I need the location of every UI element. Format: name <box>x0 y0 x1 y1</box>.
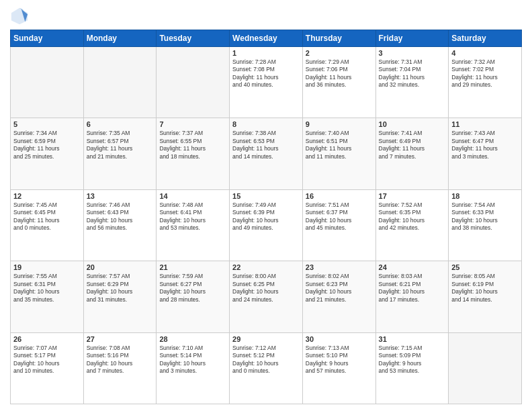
header <box>10 7 522 26</box>
day-number: 3 <box>379 49 446 57</box>
calendar-cell: 20Sunrise: 7:57 AM Sunset: 6:29 PM Dayli… <box>83 261 157 332</box>
day-info: Sunrise: 7:15 AM Sunset: 5:09 PM Dayligh… <box>379 345 446 375</box>
day-info: Sunrise: 7:08 AM Sunset: 5:16 PM Dayligh… <box>87 345 154 375</box>
logo <box>10 7 32 26</box>
day-info: Sunrise: 7:41 AM Sunset: 6:49 PM Dayligh… <box>379 130 446 161</box>
calendar-cell: 15Sunrise: 7:49 AM Sunset: 6:39 PM Dayli… <box>230 189 303 261</box>
calendar-cell: 9Sunrise: 7:40 AM Sunset: 6:51 PM Daylig… <box>302 118 375 189</box>
day-info: Sunrise: 7:40 AM Sunset: 6:51 PM Dayligh… <box>306 130 373 161</box>
weekday-header-wednesday: Wednesday <box>230 30 303 47</box>
page: SundayMondayTuesdayWednesdayThursdayFrid… <box>0 0 532 411</box>
day-info: Sunrise: 7:12 AM Sunset: 5:12 PM Dayligh… <box>232 345 300 375</box>
day-number: 15 <box>232 192 300 200</box>
calendar-cell: 29Sunrise: 7:12 AM Sunset: 5:12 PM Dayli… <box>230 332 303 404</box>
day-info: Sunrise: 7:59 AM Sunset: 6:27 PM Dayligh… <box>159 273 226 304</box>
calendar-week-3: 12Sunrise: 7:45 AM Sunset: 6:45 PM Dayli… <box>11 189 522 261</box>
calendar-cell: 21Sunrise: 7:59 AM Sunset: 6:27 PM Dayli… <box>157 261 230 332</box>
day-info: Sunrise: 7:28 AM Sunset: 7:08 PM Dayligh… <box>232 58 300 89</box>
day-number: 13 <box>87 192 154 200</box>
calendar-cell: 19Sunrise: 7:55 AM Sunset: 6:31 PM Dayli… <box>11 261 84 332</box>
calendar-cell: 18Sunrise: 7:54 AM Sunset: 6:33 PM Dayli… <box>449 189 522 261</box>
day-number: 11 <box>451 120 519 128</box>
calendar-cell: 10Sunrise: 7:41 AM Sunset: 6:49 PM Dayli… <box>375 118 449 189</box>
calendar-cell: 24Sunrise: 8:03 AM Sunset: 6:21 PM Dayli… <box>375 261 449 332</box>
day-info: Sunrise: 7:49 AM Sunset: 6:39 PM Dayligh… <box>232 201 300 232</box>
day-number: 21 <box>159 263 226 271</box>
day-number: 10 <box>379 120 446 128</box>
calendar-cell: 30Sunrise: 7:13 AM Sunset: 5:10 PM Dayli… <box>302 332 375 404</box>
calendar-cell: 2Sunrise: 7:29 AM Sunset: 7:06 PM Daylig… <box>302 47 375 118</box>
day-number: 16 <box>306 192 373 200</box>
calendar-cell: 1Sunrise: 7:28 AM Sunset: 7:08 PM Daylig… <box>230 47 303 118</box>
day-info: Sunrise: 7:38 AM Sunset: 6:53 PM Dayligh… <box>232 130 300 161</box>
calendar-cell: 7Sunrise: 7:37 AM Sunset: 6:55 PM Daylig… <box>157 118 230 189</box>
day-info: Sunrise: 8:03 AM Sunset: 6:21 PM Dayligh… <box>379 273 446 304</box>
day-info: Sunrise: 7:57 AM Sunset: 6:29 PM Dayligh… <box>87 273 154 304</box>
day-number: 18 <box>451 192 519 200</box>
day-info: Sunrise: 8:05 AM Sunset: 6:19 PM Dayligh… <box>451 273 519 304</box>
day-number: 8 <box>232 120 300 128</box>
calendar-cell: 23Sunrise: 8:02 AM Sunset: 6:23 PM Dayli… <box>302 261 375 332</box>
calendar-cell: 13Sunrise: 7:46 AM Sunset: 6:43 PM Dayli… <box>83 189 157 261</box>
calendar-cell: 26Sunrise: 7:07 AM Sunset: 5:17 PM Dayli… <box>11 332 84 404</box>
calendar-cell <box>83 47 157 118</box>
calendar-cell: 12Sunrise: 7:45 AM Sunset: 6:45 PM Dayli… <box>11 189 84 261</box>
calendar-header: SundayMondayTuesdayWednesdayThursdayFrid… <box>11 30 522 47</box>
day-info: Sunrise: 7:45 AM Sunset: 6:45 PM Dayligh… <box>13 201 81 232</box>
day-info: Sunrise: 7:13 AM Sunset: 5:10 PM Dayligh… <box>306 345 373 375</box>
calendar-week-2: 5Sunrise: 7:34 AM Sunset: 6:59 PM Daylig… <box>11 118 522 189</box>
weekday-header-thursday: Thursday <box>302 30 375 47</box>
calendar-week-1: 1Sunrise: 7:28 AM Sunset: 7:08 PM Daylig… <box>11 47 522 118</box>
calendar-cell: 5Sunrise: 7:34 AM Sunset: 6:59 PM Daylig… <box>11 118 84 189</box>
weekday-header-monday: Monday <box>83 30 157 47</box>
day-info: Sunrise: 8:02 AM Sunset: 6:23 PM Dayligh… <box>306 273 373 304</box>
day-number: 29 <box>232 335 300 343</box>
weekday-header-sunday: Sunday <box>11 30 84 47</box>
day-info: Sunrise: 7:31 AM Sunset: 7:04 PM Dayligh… <box>379 58 446 89</box>
day-number: 28 <box>159 335 226 343</box>
day-number: 7 <box>159 120 226 128</box>
calendar-cell: 17Sunrise: 7:52 AM Sunset: 6:35 PM Dayli… <box>375 189 449 261</box>
weekday-header-saturday: Saturday <box>449 30 522 47</box>
calendar-cell: 8Sunrise: 7:38 AM Sunset: 6:53 PM Daylig… <box>230 118 303 189</box>
day-number: 12 <box>13 192 81 200</box>
day-number: 17 <box>379 192 446 200</box>
day-number: 4 <box>451 49 519 57</box>
day-info: Sunrise: 7:46 AM Sunset: 6:43 PM Dayligh… <box>87 201 154 232</box>
day-info: Sunrise: 7:48 AM Sunset: 6:41 PM Dayligh… <box>159 201 226 232</box>
day-number: 31 <box>379 335 446 343</box>
day-number: 14 <box>159 192 226 200</box>
day-info: Sunrise: 7:55 AM Sunset: 6:31 PM Dayligh… <box>13 273 81 304</box>
calendar-cell <box>449 332 522 404</box>
calendar-week-5: 26Sunrise: 7:07 AM Sunset: 5:17 PM Dayli… <box>11 332 522 404</box>
day-number: 24 <box>379 263 446 271</box>
day-number: 1 <box>232 49 300 57</box>
calendar-cell: 3Sunrise: 7:31 AM Sunset: 7:04 PM Daylig… <box>375 47 449 118</box>
day-number: 20 <box>87 263 154 271</box>
weekday-header-tuesday: Tuesday <box>157 30 230 47</box>
calendar-cell <box>11 47 84 118</box>
day-info: Sunrise: 7:32 AM Sunset: 7:02 PM Dayligh… <box>451 58 519 89</box>
day-number: 5 <box>13 120 81 128</box>
day-info: Sunrise: 8:00 AM Sunset: 6:25 PM Dayligh… <box>232 273 300 304</box>
day-number: 19 <box>13 263 81 271</box>
day-info: Sunrise: 7:43 AM Sunset: 6:47 PM Dayligh… <box>451 130 519 161</box>
weekday-header-friday: Friday <box>375 30 449 47</box>
calendar-cell <box>157 47 230 118</box>
calendar-cell: 22Sunrise: 8:00 AM Sunset: 6:25 PM Dayli… <box>230 261 303 332</box>
day-number: 30 <box>306 335 373 343</box>
day-info: Sunrise: 7:29 AM Sunset: 7:06 PM Dayligh… <box>306 58 373 89</box>
calendar-cell: 16Sunrise: 7:51 AM Sunset: 6:37 PM Dayli… <box>302 189 375 261</box>
day-info: Sunrise: 7:37 AM Sunset: 6:55 PM Dayligh… <box>159 130 226 161</box>
day-info: Sunrise: 7:07 AM Sunset: 5:17 PM Dayligh… <box>13 345 81 375</box>
day-number: 27 <box>87 335 154 343</box>
calendar-cell: 6Sunrise: 7:35 AM Sunset: 6:57 PM Daylig… <box>83 118 157 189</box>
day-info: Sunrise: 7:10 AM Sunset: 5:14 PM Dayligh… <box>159 345 226 375</box>
day-number: 26 <box>13 335 81 343</box>
calendar-cell: 4Sunrise: 7:32 AM Sunset: 7:02 PM Daylig… <box>449 47 522 118</box>
day-info: Sunrise: 7:52 AM Sunset: 6:35 PM Dayligh… <box>379 201 446 232</box>
day-info: Sunrise: 7:51 AM Sunset: 6:37 PM Dayligh… <box>306 201 373 232</box>
calendar-table: SundayMondayTuesdayWednesdayThursdayFrid… <box>10 30 522 404</box>
calendar-cell: 25Sunrise: 8:05 AM Sunset: 6:19 PM Dayli… <box>449 261 522 332</box>
day-info: Sunrise: 7:54 AM Sunset: 6:33 PM Dayligh… <box>451 201 519 232</box>
